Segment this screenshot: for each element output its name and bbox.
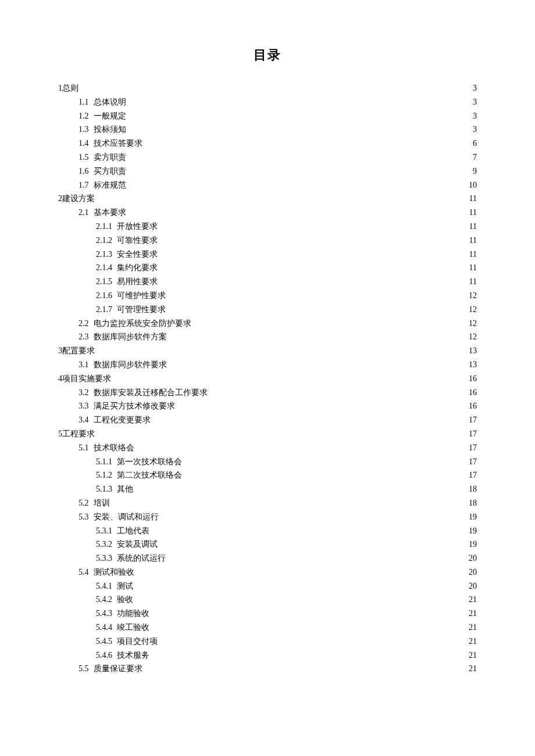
toc-entry-number: 3配置要求 xyxy=(58,344,95,358)
toc-entry[interactable]: 3.2数据库安装及迁移配合工作要求16 xyxy=(58,386,477,400)
toc-entry[interactable]: 5.3.3系统的试运行20 xyxy=(58,551,477,565)
toc-entry-page: 19 xyxy=(469,524,477,538)
toc-entry-label: 系统的试运行 xyxy=(117,551,166,565)
toc-entry-page: 3 xyxy=(473,81,477,95)
toc-entry[interactable]: 5.5质量保证要求21 xyxy=(58,662,477,676)
toc-entry[interactable]: 1.7标准规范10 xyxy=(58,178,477,192)
toc-entry[interactable]: 2.1.6可维护性要求12 xyxy=(58,289,477,303)
toc-entry[interactable]: 5.4.3功能验收21 xyxy=(58,607,477,621)
toc-entry-label: 验收 xyxy=(117,593,133,607)
toc-entry-label: 安装及调试 xyxy=(117,538,158,551)
toc-entry[interactable]: 1.2一般规定3 xyxy=(58,109,477,123)
toc-entry-label: 电力监控系统安全防护要求 xyxy=(94,317,191,331)
toc-entry[interactable]: 5.3.2安装及调试19 xyxy=(58,538,477,551)
toc-entry-page: 11 xyxy=(469,248,477,261)
toc-entry-page: 12 xyxy=(469,317,477,331)
toc-entry-number: 5工程要求 xyxy=(58,427,95,441)
toc-entry-page: 13 xyxy=(469,344,477,358)
toc-entry[interactable]: 5.4测试和验收20 xyxy=(58,565,477,579)
toc-entry[interactable]: 2.1.4集约化要求11 xyxy=(58,261,477,275)
toc-entry-label: 测试 xyxy=(117,579,133,593)
toc-entry-number: 5.4.4 xyxy=(96,621,112,635)
toc-entry[interactable]: 5.4.1测试20 xyxy=(58,579,477,593)
toc-entry[interactable]: 5.4.4竣工验收21 xyxy=(58,621,477,635)
toc-entry[interactable]: 3配置要求13 xyxy=(58,344,477,358)
toc-entry[interactable]: 4项目实施要求16 xyxy=(58,372,477,386)
toc-entry-number: 5.1.2 xyxy=(96,468,112,482)
toc-entry-label: 竣工验收 xyxy=(117,621,149,635)
toc-entry-number: 3.1 xyxy=(79,358,89,372)
toc-entry-page: 20 xyxy=(469,565,477,579)
toc-entry[interactable]: 2.1.2可靠性要求11 xyxy=(58,234,477,248)
toc-entry-page: 12 xyxy=(469,330,477,344)
toc-entry[interactable]: 2.1.7可管理性要求12 xyxy=(58,303,477,317)
toc-entry-number: 5.5 xyxy=(79,662,89,676)
toc-entry-number: 1.4 xyxy=(79,137,89,151)
toc-entry-label: 基本要求 xyxy=(94,206,126,220)
toc-entry[interactable]: 5.3安装、调试和运行19 xyxy=(58,510,477,524)
toc-entry-number: 5.4 xyxy=(79,565,89,579)
toc-entry-number: 3.2 xyxy=(79,386,89,400)
toc-entry-page: 17 xyxy=(469,441,477,455)
toc-entry[interactable]: 3.4工程化变更要求17 xyxy=(58,413,477,427)
toc-entry-label: 第一次技术联络会 xyxy=(117,455,182,469)
toc-entry[interactable]: 1.1总体说明3 xyxy=(58,95,477,109)
toc-entry[interactable]: 5.2培训18 xyxy=(58,496,477,510)
toc-entry-number: 5.3 xyxy=(79,510,89,524)
toc-entry[interactable]: 1.6买方职责9 xyxy=(58,164,477,178)
toc-entry-page: 21 xyxy=(469,593,477,607)
toc-entry[interactable]: 5.1.2第二次技术联络会17 xyxy=(58,468,477,482)
toc-entry-number: 2.1.3 xyxy=(96,248,112,261)
toc-entry-number: 5.1.1 xyxy=(96,455,112,469)
toc-entry[interactable]: 5.3.1工地代表19 xyxy=(58,524,477,538)
toc-entry-page: 16 xyxy=(469,399,477,413)
toc-entry[interactable]: 5.1技术联络会17 xyxy=(58,441,477,455)
toc-entry-label: 数据库同步软件要求 xyxy=(94,358,167,372)
toc-entry-label: 可维护性要求 xyxy=(117,289,166,303)
toc-entry[interactable]: 2.1.1开放性要求11 xyxy=(58,220,477,234)
toc-entry-label: 培训 xyxy=(94,496,110,510)
toc-entry[interactable]: 5.1.1第一次技术联络会17 xyxy=(58,455,477,469)
toc-entry-page: 21 xyxy=(469,635,477,648)
toc-entry-page: 21 xyxy=(469,607,477,621)
toc-entry[interactable]: 5.4.6技术服务21 xyxy=(58,648,477,662)
toc-entry-label: 总体说明 xyxy=(94,95,126,109)
toc-entry[interactable]: 5.4.5项目交付项21 xyxy=(58,635,477,648)
toc-entry[interactable]: 1.5卖方职责7 xyxy=(58,151,477,164)
toc-entry-number: 1.6 xyxy=(79,164,89,178)
toc-entry[interactable]: 3.1数据库同步软件要求13 xyxy=(58,358,477,372)
toc-entry-label: 质量保证要求 xyxy=(94,662,142,676)
toc-entry-page: 11 xyxy=(469,275,477,289)
toc-entry[interactable]: 5.4.2验收21 xyxy=(58,593,477,607)
toc-entry-page: 11 xyxy=(469,206,477,220)
toc-entry-label: 一般规定 xyxy=(94,109,126,123)
toc-entry-number: 1.5 xyxy=(79,151,89,164)
toc-entry[interactable]: 3.3满足买方技术修改要求16 xyxy=(58,399,477,413)
toc-entry[interactable]: 2建设方案11 xyxy=(58,192,477,206)
toc-entry-page: 17 xyxy=(469,413,477,427)
toc-entry[interactable]: 2.2电力监控系统安全防护要求12 xyxy=(58,317,477,331)
toc-entry-number: 2.1.7 xyxy=(96,303,112,317)
toc-entry[interactable]: 1总则3 xyxy=(58,81,477,95)
toc-entry-number: 2.1.5 xyxy=(96,275,112,289)
toc-entry[interactable]: 2.1.5易用性要求11 xyxy=(58,275,477,289)
toc-entry-label: 易用性要求 xyxy=(117,275,158,289)
toc-entry-label: 投标须知 xyxy=(94,123,126,137)
toc-entry[interactable]: 2.3数据库同步软件方案12 xyxy=(58,330,477,344)
toc-entry-page: 13 xyxy=(469,358,477,372)
toc-container: 1总则31.1总体说明31.2一般规定31.3投标须知31.4技术应答要求61.… xyxy=(58,81,477,676)
toc-entry-page: 20 xyxy=(469,551,477,565)
toc-entry[interactable]: 2.1基本要求11 xyxy=(58,206,477,220)
toc-entry-number: 4项目实施要求 xyxy=(58,372,111,386)
toc-entry[interactable]: 1.3投标须知3 xyxy=(58,123,477,137)
toc-entry-page: 21 xyxy=(469,621,477,635)
toc-entry-page: 12 xyxy=(469,303,477,317)
toc-entry[interactable]: 2.1.3安全性要求11 xyxy=(58,248,477,261)
toc-entry-label: 技术应答要求 xyxy=(94,137,142,151)
toc-entry[interactable]: 5工程要求17 xyxy=(58,427,477,441)
toc-entry-number: 2.1 xyxy=(79,206,89,220)
toc-entry[interactable]: 1.4技术应答要求6 xyxy=(58,137,477,151)
toc-entry-page: 11 xyxy=(469,192,477,206)
toc-entry-label: 其他 xyxy=(117,482,133,496)
toc-entry[interactable]: 5.1.3其他18 xyxy=(58,482,477,496)
